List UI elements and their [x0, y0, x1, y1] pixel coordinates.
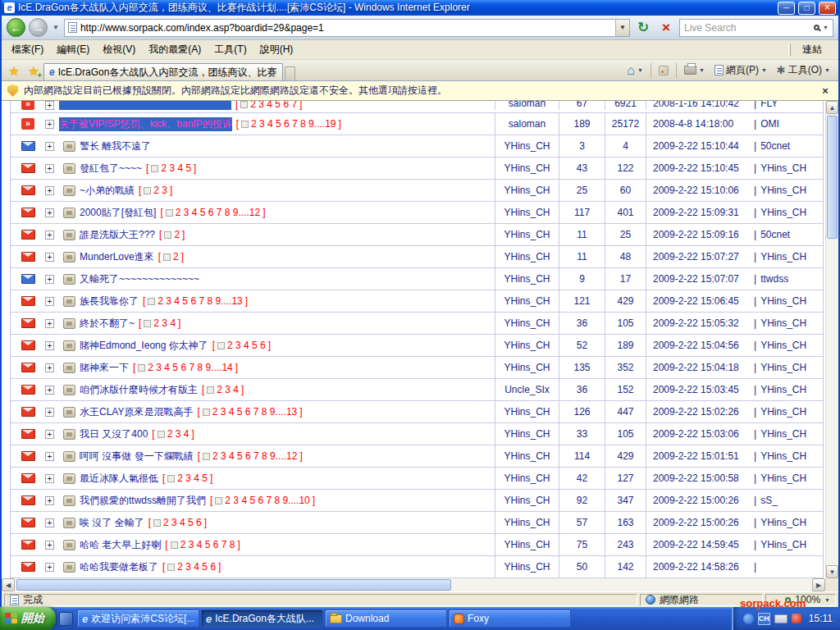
thread-title-link[interactable]: 哈哈我要做老板了: [80, 560, 158, 574]
security-info-bar[interactable]: 內部網路設定目前已根據預設關閉。內部網路設定比網際網路設定還不安全。其他選項請按…: [2, 81, 838, 101]
lastpost-user[interactable]: 50cnet: [760, 229, 790, 240]
thread-title-link[interactable]: 誰是洗版大王???: [80, 228, 155, 242]
expand-toggle[interactable]: +: [45, 231, 54, 240]
menu-edit[interactable]: 編輯(E): [50, 40, 96, 59]
print-button[interactable]: ▼: [680, 62, 709, 80]
page-links[interactable]: [2 3 4]: [202, 384, 244, 395]
thread-author[interactable]: YHins_CH: [495, 158, 559, 179]
page-links[interactable]: [2 3 4 5 6]: [162, 561, 221, 573]
lastpost-user[interactable]: YHins_CH: [760, 207, 806, 218]
expand-toggle[interactable]: +: [45, 142, 54, 151]
expand-toggle[interactable]: +: [45, 430, 54, 439]
page-links[interactable]: [2 3 4 5]: [146, 162, 196, 174]
refresh-button[interactable]: ↻: [633, 18, 653, 38]
page-links[interactable]: [2 3 4 5 6 7 8 9....12]: [198, 450, 303, 462]
expand-toggle[interactable]: +: [45, 319, 54, 328]
thread-author[interactable]: YHins_CH: [495, 556, 559, 578]
page-links[interactable]: [2 3 4 5 6 7 8 9....10]: [210, 495, 315, 506]
lastpost-user[interactable]: FLY: [760, 101, 778, 109]
page-links[interactable]: [2 3 4 5 6 7 8 9....12]: [160, 207, 265, 218]
scroll-left-button[interactable]: ◀: [2, 578, 15, 591]
task-button-foxy[interactable]: Foxy: [449, 609, 571, 628]
favorites-star-icon[interactable]: ★: [4, 62, 24, 80]
thread-author[interactable]: YHins_CH: [495, 401, 559, 422]
expand-toggle[interactable]: +: [45, 563, 54, 572]
lastpost-user[interactable]: YHins_CH: [760, 162, 806, 174]
search-input[interactable]: [684, 22, 810, 34]
minimize-button[interactable]: ─: [778, 2, 795, 15]
vertical-scrollbar[interactable]: ▲ ▼: [825, 101, 838, 578]
thread-author[interactable]: YHins_CH: [495, 246, 559, 267]
lastpost-user[interactable]: YHins_CH: [760, 384, 806, 395]
expand-toggle[interactable]: +: [45, 341, 54, 350]
lastpost-user[interactable]: YHins_CH: [760, 450, 806, 462]
expand-toggle[interactable]: +: [45, 496, 54, 505]
thread-title-link[interactable]: 我日 又沒了400: [80, 427, 148, 441]
page-links[interactable]: [2 3 4 5 6 7 8 9....13]: [143, 295, 248, 307]
close-button[interactable]: ×: [819, 2, 836, 15]
add-favorite-icon[interactable]: ★: [24, 62, 43, 80]
scroll-up-button[interactable]: ▲: [826, 101, 838, 114]
thread-title-link[interactable]: 終於不翻了~: [80, 317, 135, 331]
thread-author[interactable]: saloman: [495, 113, 559, 135]
thread-title-link[interactable]: 哈哈 老大早上好喇: [80, 538, 161, 552]
expand-toggle[interactable]: +: [45, 518, 54, 527]
menu-favorites[interactable]: 我的最愛(A): [142, 40, 208, 59]
lastpost-user[interactable]: sS_: [760, 495, 778, 506]
address-dropdown[interactable]: ▼: [615, 20, 629, 36]
page-links[interactable]: [2]: [159, 229, 185, 240]
history-dropdown-icon[interactable]: ▼: [51, 24, 61, 31]
maximize-button[interactable]: □: [798, 2, 815, 15]
page-links[interactable]: [2 3 4 5]: [162, 472, 212, 484]
lastpost-user[interactable]: YHins_CH: [760, 472, 806, 484]
page-links[interactable]: [2 3 4 5 6]: [212, 340, 271, 351]
expand-toggle[interactable]: +: [45, 297, 54, 306]
lastpost-user[interactable]: ttwdss: [760, 273, 788, 285]
quick-launch-icon[interactable]: [59, 612, 73, 626]
lastpost-user[interactable]: OMI: [760, 118, 779, 130]
thread-title-link[interactable]: 又輸死了~~~~~~~~~~~~~~: [80, 272, 199, 286]
lastpost-user[interactable]: YHins_CH: [760, 406, 806, 418]
keyboard-tray-icon[interactable]: [774, 614, 788, 623]
thread-title-link[interactable]: 最近冰隊人氣很低: [80, 472, 158, 486]
expand-toggle[interactable]: +: [45, 253, 54, 262]
page-links[interactable]: [2 3 4 5 6]: [148, 517, 207, 528]
thread-title-link[interactable]: [59, 101, 231, 110]
page-links[interactable]: [2 3 4]: [152, 428, 194, 440]
feeds-button[interactable]: [655, 62, 673, 80]
expand-toggle[interactable]: +: [45, 275, 54, 284]
thread-author[interactable]: YHins_CH: [495, 135, 559, 157]
task-button-download[interactable]: Download: [325, 609, 447, 628]
search-icon[interactable]: [814, 25, 819, 30]
thread-author[interactable]: YHins_CH: [495, 468, 559, 489]
menu-tools[interactable]: 工具(T): [208, 40, 253, 59]
lastpost-user[interactable]: YHins_CH: [760, 251, 806, 262]
forward-button[interactable]: →: [29, 18, 48, 37]
thread-title-link[interactable]: 水王CLAY原來是混戰高手: [80, 405, 193, 419]
taskbar-clock[interactable]: 15:11: [809, 613, 833, 624]
thread-author[interactable]: YHins_CH: [495, 202, 559, 223]
task-button-forum-welcome[interactable]: 欢迎访问索沛CS论坛[...: [77, 609, 199, 628]
expand-toggle[interactable]: +: [45, 452, 54, 461]
page-links[interactable]: [2 3 4 5 6 7 8 9....14]: [133, 362, 238, 373]
scroll-down-button[interactable]: ▼: [826, 565, 838, 578]
page-menu-button[interactable]: 網頁(P)▼: [710, 62, 771, 80]
start-button[interactable]: 開始: [0, 607, 56, 630]
home-button[interactable]: ⌂▼: [623, 62, 647, 80]
lastpost-user[interactable]: YHins_CH: [760, 295, 806, 307]
expand-toggle[interactable]: +: [45, 101, 54, 110]
thread-title-link[interactable]: ~小弟的戰績: [80, 184, 135, 198]
lastpost-user[interactable]: YHins_CH: [760, 517, 806, 528]
lastpost-user[interactable]: YHins_CH: [760, 539, 806, 550]
horizontal-scrollbar[interactable]: ◀ ▶: [2, 578, 825, 591]
page-links[interactable]: [2 3 4 5 6 7 8 9....13]: [197, 406, 302, 418]
page-links[interactable]: [2 3 4]: [139, 317, 180, 329]
task-button-forum-board[interactable]: IcE.DraGon各大战队...: [201, 609, 323, 628]
thread-title-link[interactable]: 关于被VIP/SP惩罚、kick、banIP的投诉: [59, 117, 232, 131]
expand-toggle[interactable]: +: [45, 164, 54, 173]
lastpost-user[interactable]: YHins_CH: [760, 185, 806, 196]
lastpost-user[interactable]: YHins_CH: [760, 317, 806, 329]
expand-toggle[interactable]: +: [45, 186, 54, 195]
language-indicator[interactable]: CH: [758, 613, 770, 625]
thread-title-link[interactable]: 咱們冰版什麼時候才有版主: [80, 383, 198, 397]
